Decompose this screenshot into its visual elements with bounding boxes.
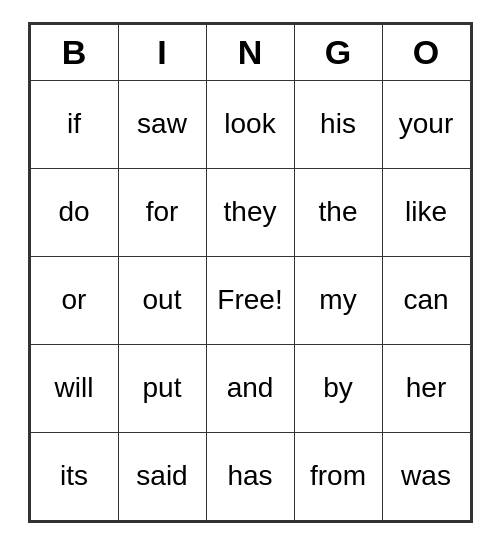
header-cell-b: B [30, 24, 118, 80]
cell-r2-c1: out [118, 256, 206, 344]
cell-r1-c3: the [294, 168, 382, 256]
header-cell-o: O [382, 24, 470, 80]
cell-r4-c4: was [382, 432, 470, 520]
table-row: ifsawlookhisyour [30, 80, 470, 168]
table-row: dofortheythelike [30, 168, 470, 256]
cell-r1-c4: like [382, 168, 470, 256]
cell-r3-c0: will [30, 344, 118, 432]
header-cell-n: N [206, 24, 294, 80]
table-row: itssaidhasfromwas [30, 432, 470, 520]
table-row: willputandbyher [30, 344, 470, 432]
cell-r3-c1: put [118, 344, 206, 432]
bingo-card: BINGO ifsawlookhisyourdofortheythelikeor… [28, 22, 473, 523]
cell-r3-c4: her [382, 344, 470, 432]
cell-r0-c2: look [206, 80, 294, 168]
cell-r4-c0: its [30, 432, 118, 520]
header-cell-g: G [294, 24, 382, 80]
cell-r2-c0: or [30, 256, 118, 344]
cell-r0-c0: if [30, 80, 118, 168]
cell-r1-c2: they [206, 168, 294, 256]
cell-r2-c2: Free! [206, 256, 294, 344]
header-cell-i: I [118, 24, 206, 80]
table-row: oroutFree!mycan [30, 256, 470, 344]
cell-r1-c1: for [118, 168, 206, 256]
cell-r1-c0: do [30, 168, 118, 256]
cell-r4-c2: has [206, 432, 294, 520]
cell-r4-c3: from [294, 432, 382, 520]
cell-r0-c3: his [294, 80, 382, 168]
cell-r3-c2: and [206, 344, 294, 432]
cell-r0-c1: saw [118, 80, 206, 168]
cell-r3-c3: by [294, 344, 382, 432]
header-row: BINGO [30, 24, 470, 80]
bingo-table: BINGO ifsawlookhisyourdofortheythelikeor… [30, 24, 471, 521]
cell-r0-c4: your [382, 80, 470, 168]
cell-r2-c4: can [382, 256, 470, 344]
cell-r4-c1: said [118, 432, 206, 520]
cell-r2-c3: my [294, 256, 382, 344]
